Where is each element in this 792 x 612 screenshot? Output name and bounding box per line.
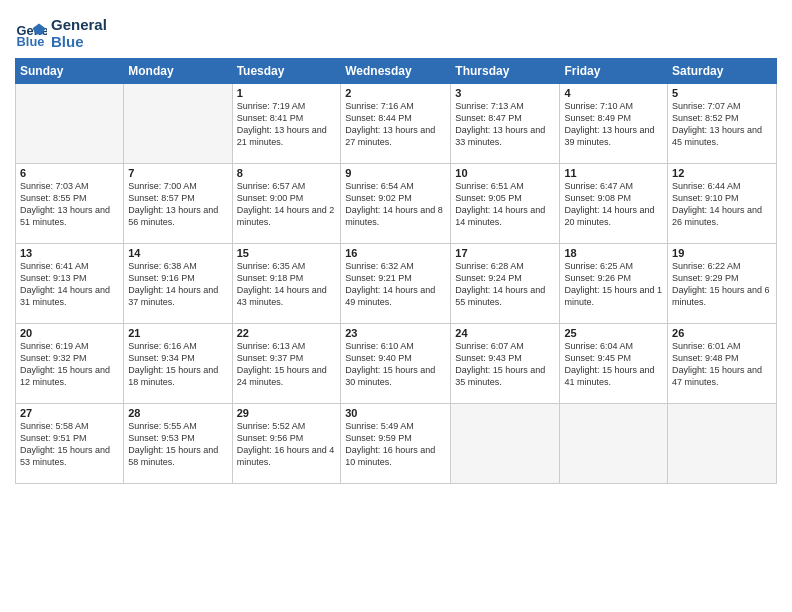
day-number: 20 — [20, 327, 119, 339]
day-number: 11 — [564, 167, 663, 179]
calendar-cell: 8Sunrise: 6:57 AMSunset: 9:00 PMDaylight… — [232, 164, 341, 244]
day-info: Sunrise: 6:19 AMSunset: 9:32 PMDaylight:… — [20, 340, 119, 389]
logo-icon: General Blue — [15, 17, 47, 49]
calendar-cell: 5Sunrise: 7:07 AMSunset: 8:52 PMDaylight… — [668, 84, 777, 164]
logo-general: General — [51, 17, 107, 34]
day-number: 12 — [672, 167, 772, 179]
weekday-header: Saturday — [668, 59, 777, 84]
calendar-week-row: 20Sunrise: 6:19 AMSunset: 9:32 PMDayligh… — [16, 324, 777, 404]
day-info: Sunrise: 6:25 AMSunset: 9:26 PMDaylight:… — [564, 260, 663, 309]
calendar-cell: 3Sunrise: 7:13 AMSunset: 8:47 PMDaylight… — [451, 84, 560, 164]
weekday-header: Monday — [124, 59, 232, 84]
day-number: 2 — [345, 87, 446, 99]
day-info: Sunrise: 6:44 AMSunset: 9:10 PMDaylight:… — [672, 180, 772, 229]
day-info: Sunrise: 6:01 AMSunset: 9:48 PMDaylight:… — [672, 340, 772, 389]
calendar-table: SundayMondayTuesdayWednesdayThursdayFrid… — [15, 58, 777, 484]
calendar-cell: 28Sunrise: 5:55 AMSunset: 9:53 PMDayligh… — [124, 404, 232, 484]
day-info: Sunrise: 5:55 AMSunset: 9:53 PMDaylight:… — [128, 420, 227, 469]
calendar-cell: 7Sunrise: 7:00 AMSunset: 8:57 PMDaylight… — [124, 164, 232, 244]
calendar-cell: 1Sunrise: 7:19 AMSunset: 8:41 PMDaylight… — [232, 84, 341, 164]
day-number: 6 — [20, 167, 119, 179]
page-header: General Blue General Blue — [15, 15, 777, 50]
calendar-week-row: 6Sunrise: 7:03 AMSunset: 8:55 PMDaylight… — [16, 164, 777, 244]
day-number: 18 — [564, 247, 663, 259]
weekday-header: Tuesday — [232, 59, 341, 84]
day-number: 9 — [345, 167, 446, 179]
calendar-cell: 2Sunrise: 7:16 AMSunset: 8:44 PMDaylight… — [341, 84, 451, 164]
calendar-cell: 10Sunrise: 6:51 AMSunset: 9:05 PMDayligh… — [451, 164, 560, 244]
day-number: 16 — [345, 247, 446, 259]
logo: General Blue General Blue — [15, 15, 107, 50]
calendar-cell: 9Sunrise: 6:54 AMSunset: 9:02 PMDaylight… — [341, 164, 451, 244]
calendar-cell: 18Sunrise: 6:25 AMSunset: 9:26 PMDayligh… — [560, 244, 668, 324]
day-number: 8 — [237, 167, 337, 179]
day-info: Sunrise: 7:03 AMSunset: 8:55 PMDaylight:… — [20, 180, 119, 229]
calendar-cell: 29Sunrise: 5:52 AMSunset: 9:56 PMDayligh… — [232, 404, 341, 484]
day-info: Sunrise: 6:28 AMSunset: 9:24 PMDaylight:… — [455, 260, 555, 309]
day-number: 19 — [672, 247, 772, 259]
day-number: 23 — [345, 327, 446, 339]
day-info: Sunrise: 7:07 AMSunset: 8:52 PMDaylight:… — [672, 100, 772, 149]
day-number: 21 — [128, 327, 227, 339]
day-number: 7 — [128, 167, 227, 179]
day-number: 14 — [128, 247, 227, 259]
calendar-week-row: 13Sunrise: 6:41 AMSunset: 9:13 PMDayligh… — [16, 244, 777, 324]
calendar-cell: 30Sunrise: 5:49 AMSunset: 9:59 PMDayligh… — [341, 404, 451, 484]
day-info: Sunrise: 6:13 AMSunset: 9:37 PMDaylight:… — [237, 340, 337, 389]
calendar-cell: 4Sunrise: 7:10 AMSunset: 8:49 PMDaylight… — [560, 84, 668, 164]
calendar-cell — [16, 84, 124, 164]
day-info: Sunrise: 7:10 AMSunset: 8:49 PMDaylight:… — [564, 100, 663, 149]
calendar-cell: 23Sunrise: 6:10 AMSunset: 9:40 PMDayligh… — [341, 324, 451, 404]
calendar-cell: 12Sunrise: 6:44 AMSunset: 9:10 PMDayligh… — [668, 164, 777, 244]
day-number: 15 — [237, 247, 337, 259]
day-number: 24 — [455, 327, 555, 339]
calendar-cell: 17Sunrise: 6:28 AMSunset: 9:24 PMDayligh… — [451, 244, 560, 324]
day-number: 28 — [128, 407, 227, 419]
day-info: Sunrise: 5:58 AMSunset: 9:51 PMDaylight:… — [20, 420, 119, 469]
day-number: 4 — [564, 87, 663, 99]
day-info: Sunrise: 6:38 AMSunset: 9:16 PMDaylight:… — [128, 260, 227, 309]
calendar-cell: 13Sunrise: 6:41 AMSunset: 9:13 PMDayligh… — [16, 244, 124, 324]
day-info: Sunrise: 6:07 AMSunset: 9:43 PMDaylight:… — [455, 340, 555, 389]
day-info: Sunrise: 7:13 AMSunset: 8:47 PMDaylight:… — [455, 100, 555, 149]
calendar-week-row: 1Sunrise: 7:19 AMSunset: 8:41 PMDaylight… — [16, 84, 777, 164]
day-info: Sunrise: 6:47 AMSunset: 9:08 PMDaylight:… — [564, 180, 663, 229]
calendar-cell: 26Sunrise: 6:01 AMSunset: 9:48 PMDayligh… — [668, 324, 777, 404]
calendar-cell: 24Sunrise: 6:07 AMSunset: 9:43 PMDayligh… — [451, 324, 560, 404]
day-number: 17 — [455, 247, 555, 259]
day-number: 5 — [672, 87, 772, 99]
day-number: 26 — [672, 327, 772, 339]
calendar-cell: 15Sunrise: 6:35 AMSunset: 9:18 PMDayligh… — [232, 244, 341, 324]
day-info: Sunrise: 6:35 AMSunset: 9:18 PMDaylight:… — [237, 260, 337, 309]
calendar-week-row: 27Sunrise: 5:58 AMSunset: 9:51 PMDayligh… — [16, 404, 777, 484]
day-info: Sunrise: 5:49 AMSunset: 9:59 PMDaylight:… — [345, 420, 446, 469]
calendar-header-row: SundayMondayTuesdayWednesdayThursdayFrid… — [16, 59, 777, 84]
calendar-cell — [560, 404, 668, 484]
calendar-cell: 21Sunrise: 6:16 AMSunset: 9:34 PMDayligh… — [124, 324, 232, 404]
day-number: 27 — [20, 407, 119, 419]
day-info: Sunrise: 6:10 AMSunset: 9:40 PMDaylight:… — [345, 340, 446, 389]
calendar-cell — [668, 404, 777, 484]
day-info: Sunrise: 5:52 AMSunset: 9:56 PMDaylight:… — [237, 420, 337, 469]
day-info: Sunrise: 7:19 AMSunset: 8:41 PMDaylight:… — [237, 100, 337, 149]
weekday-header: Thursday — [451, 59, 560, 84]
day-info: Sunrise: 6:16 AMSunset: 9:34 PMDaylight:… — [128, 340, 227, 389]
day-number: 10 — [455, 167, 555, 179]
calendar-cell: 25Sunrise: 6:04 AMSunset: 9:45 PMDayligh… — [560, 324, 668, 404]
day-info: Sunrise: 6:22 AMSunset: 9:29 PMDaylight:… — [672, 260, 772, 309]
calendar-cell: 16Sunrise: 6:32 AMSunset: 9:21 PMDayligh… — [341, 244, 451, 324]
day-info: Sunrise: 6:51 AMSunset: 9:05 PMDaylight:… — [455, 180, 555, 229]
logo-blue: Blue — [51, 34, 107, 51]
calendar-cell: 14Sunrise: 6:38 AMSunset: 9:16 PMDayligh… — [124, 244, 232, 324]
day-number: 22 — [237, 327, 337, 339]
calendar-cell: 27Sunrise: 5:58 AMSunset: 9:51 PMDayligh… — [16, 404, 124, 484]
day-info: Sunrise: 7:16 AMSunset: 8:44 PMDaylight:… — [345, 100, 446, 149]
day-number: 25 — [564, 327, 663, 339]
day-info: Sunrise: 6:57 AMSunset: 9:00 PMDaylight:… — [237, 180, 337, 229]
day-info: Sunrise: 6:04 AMSunset: 9:45 PMDaylight:… — [564, 340, 663, 389]
day-number: 30 — [345, 407, 446, 419]
svg-text:Blue: Blue — [17, 33, 45, 48]
calendar-cell: 6Sunrise: 7:03 AMSunset: 8:55 PMDaylight… — [16, 164, 124, 244]
calendar-cell — [124, 84, 232, 164]
weekday-header: Sunday — [16, 59, 124, 84]
